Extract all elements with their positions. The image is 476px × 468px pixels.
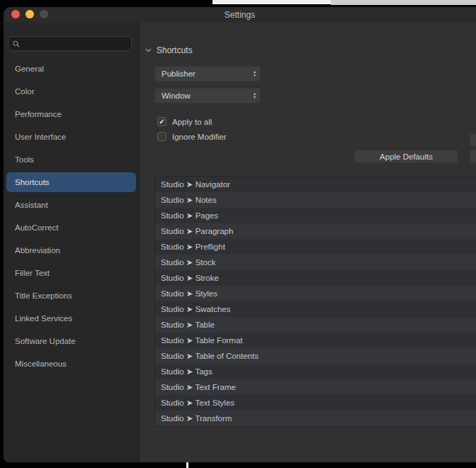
shortcut-row[interactable]: Studio ➤ Styles <box>155 286 476 301</box>
traffic-lights <box>11 10 48 18</box>
shortcut-row[interactable]: Studio ➤ Navigator <box>155 177 476 192</box>
sidebar-item-label: Abbreviation <box>15 246 60 255</box>
shortcut-row-label: Studio ➤ Text Frame <box>161 382 236 392</box>
section-title: Shortcuts <box>157 45 193 55</box>
shortcut-row[interactable]: Studio ➤ Table of Contents <box>155 348 476 364</box>
shortcut-row[interactable]: Studio ➤ Stroke <box>155 270 476 286</box>
shortcut-row-label: Studio ➤ Transform <box>161 413 232 423</box>
shortcut-row[interactable]: Studio ➤ Transform <box>155 411 476 426</box>
sidebar-item-label: AutoCorrect <box>15 223 58 232</box>
sidebar-item[interactable]: Color <box>6 82 136 101</box>
sidebar-item[interactable]: General <box>6 59 136 79</box>
shortcut-row[interactable]: Studio ➤ Notes <box>155 192 476 208</box>
app-popup-value: Publisher <box>162 69 196 78</box>
sidebar-item[interactable]: User Interface <box>6 127 136 147</box>
search-icon <box>13 40 20 48</box>
sidebar-item[interactable]: Performance <box>6 104 136 124</box>
shortcut-row[interactable]: Studio ➤ Pages <box>155 208 476 223</box>
shortcut-row[interactable]: Studio ➤ Table <box>155 317 476 333</box>
apply-to-all-row: ✓ Apply to all <box>157 117 212 126</box>
sidebar-item-label: Filler Text <box>15 269 50 277</box>
shortcut-row[interactable]: Studio ➤ Stock <box>155 255 476 270</box>
clipped-button-bottom[interactable] <box>470 150 476 163</box>
shortcut-row[interactable]: Studio ➤ Swatches <box>155 301 476 317</box>
shortcut-row-label: Studio ➤ Tags <box>161 367 212 377</box>
shortcut-row[interactable]: Studio ➤ Tags <box>155 364 476 379</box>
search-input[interactable] <box>23 39 125 49</box>
background-window-strip-right <box>331 0 476 5</box>
shortcut-row[interactable]: Studio ➤ Text Styles <box>155 395 476 411</box>
zoom-button[interactable] <box>40 10 48 18</box>
sidebar-item[interactable]: Miscellaneous <box>6 354 136 374</box>
sidebar-item-label: Linked Services <box>15 314 72 323</box>
sidebar-list: General Color Performance User Interface… <box>4 59 139 377</box>
sidebar-search[interactable] <box>8 36 132 51</box>
sidebar-item-label: Miscellaneous <box>15 360 67 368</box>
sidebar-item[interactable]: Linked Services <box>6 308 136 328</box>
sidebar-item[interactable]: Shortcuts <box>6 172 136 192</box>
shortcut-row-label: Studio ➤ Text Styles <box>161 398 234 408</box>
shortcut-row-label: Studio ➤ Stock <box>161 257 215 267</box>
shortcut-row-label: Studio ➤ Pages <box>161 211 218 221</box>
sidebar-item[interactable]: Software Update <box>6 331 136 351</box>
sidebar-item-label: General <box>15 65 44 73</box>
apply-to-all-checkbox[interactable]: ✓ <box>157 117 166 126</box>
apple-defaults-label: Apple Defaults <box>380 152 433 161</box>
shortcut-row-label: Studio ➤ Stroke <box>161 273 219 283</box>
minimize-button[interactable] <box>26 10 34 18</box>
ignore-modifier-row: Ignore Modifier <box>157 132 227 141</box>
apple-defaults-button[interactable]: Apple Defaults <box>354 150 458 163</box>
app-popup[interactable]: Publisher ▴▾ <box>154 66 261 82</box>
clipped-button-top[interactable] <box>470 133 476 147</box>
settings-window: Settings General Color Per <box>4 7 476 462</box>
menu-popup[interactable]: Window ▴▾ <box>154 88 261 104</box>
shortcut-row[interactable]: Studio ➤ Table Format <box>155 333 476 348</box>
sidebar-item-label: Title Exceptions <box>15 291 72 300</box>
sidebar: General Color Performance User Interface… <box>4 23 140 462</box>
popup-stepper-icon: ▴▾ <box>254 92 256 99</box>
sidebar-item-label: Shortcuts <box>15 178 50 186</box>
ignore-modifier-checkbox[interactable] <box>157 132 166 141</box>
ignore-modifier-label: Ignore Modifier <box>172 133 227 141</box>
sidebar-item[interactable]: Filler Text <box>6 263 136 283</box>
chevron-down-icon <box>145 48 152 52</box>
sidebar-item[interactable]: Abbreviation <box>6 240 136 260</box>
close-button[interactable] <box>11 10 20 18</box>
shortcut-row-label: Studio ➤ Styles <box>161 289 217 299</box>
sidebar-item-label: Software Update <box>15 337 76 345</box>
background-window-strip <box>212 0 331 4</box>
sidebar-item[interactable]: Tools <box>6 150 136 169</box>
shortcut-row[interactable]: Studio ➤ Preflight <box>155 239 476 255</box>
sidebar-item-label: User Interface <box>15 133 66 141</box>
shortcut-row-label: Studio ➤ Paragraph <box>161 226 233 236</box>
sidebar-item[interactable]: Assistant <box>6 195 136 215</box>
popup-stepper-icon: ▴▾ <box>254 70 256 77</box>
shortcut-row-label: Studio ➤ Navigator <box>161 179 230 189</box>
shortcut-row-label: Studio ➤ Swatches <box>161 304 231 314</box>
sidebar-item-label: Tools <box>15 155 34 164</box>
shortcut-row-label: Studio ➤ Preflight <box>161 242 225 252</box>
shortcut-row-label: Studio ➤ Table <box>161 320 215 330</box>
check-icon: ✓ <box>159 118 164 126</box>
sidebar-item[interactable]: AutoCorrect <box>6 218 136 238</box>
shortcut-row-label: Studio ➤ Table of Contents <box>161 351 259 361</box>
shortcut-row-label: Studio ➤ Notes <box>161 195 217 205</box>
sidebar-item-label: Color <box>15 87 34 96</box>
shortcuts-section-header[interactable]: Shortcuts <box>145 45 193 55</box>
shortcuts-table: Studio ➤ Navigator Studio ➤ Notes Studio… <box>154 176 476 427</box>
background-cursor-mark <box>186 462 188 468</box>
titlebar[interactable]: Settings <box>4 7 476 23</box>
content-pane: Shortcuts Publisher ▴▾ Window ▴▾ ✓ Apply… <box>140 23 476 462</box>
shortcut-row-label: Studio ➤ Table Format <box>161 335 243 345</box>
apply-to-all-label: Apply to all <box>172 118 212 126</box>
window-title: Settings <box>4 7 476 23</box>
sidebar-item[interactable]: Title Exceptions <box>6 286 136 306</box>
sidebar-item-label: Performance <box>15 110 62 118</box>
shortcut-row[interactable]: Studio ➤ Paragraph <box>155 223 476 239</box>
menu-popup-value: Window <box>162 91 191 100</box>
sidebar-item-label: Assistant <box>15 201 48 209</box>
shortcut-row[interactable]: Studio ➤ Text Frame <box>155 379 476 395</box>
